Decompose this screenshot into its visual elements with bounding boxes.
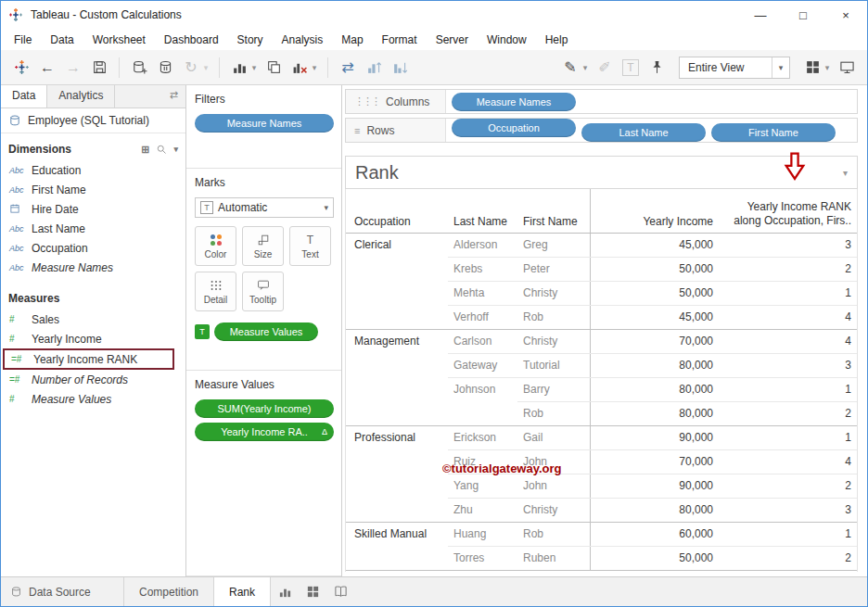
tab-data[interactable]: Data [1, 85, 47, 107]
new-dashboard-button[interactable] [299, 577, 326, 606]
duplicate-sheet-button[interactable] [262, 56, 285, 80]
income-cell[interactable]: 45,000 [590, 233, 719, 257]
text-button[interactable]: T Text [289, 226, 331, 266]
minimize-button[interactable]: — [739, 1, 782, 29]
tab-competition[interactable]: Competition [124, 577, 214, 606]
first-name-cell[interactable]: Christy [517, 498, 590, 522]
menu-worksheet[interactable]: Worksheet [83, 31, 155, 49]
occupation-header[interactable]: Occupation [346, 189, 448, 233]
last-name-cell[interactable]: Torres [448, 546, 517, 570]
search-icon[interactable] [156, 144, 167, 155]
field-yearly-income-rank[interactable]: =# Yearly Income RANK [3, 348, 174, 370]
rank-cell[interactable]: 2 [719, 546, 857, 570]
field-measure-values[interactable]: # Measure Values [1, 389, 185, 409]
first-name-cell[interactable]: Christy [517, 281, 590, 305]
presentation-mode-button[interactable] [836, 56, 858, 80]
chevron-down-icon[interactable]: ▾ [843, 168, 848, 178]
close-button[interactable]: × [824, 1, 867, 29]
income-cell[interactable]: 80,000 [590, 377, 719, 401]
last-name-header[interactable]: Last Name [448, 189, 517, 233]
menu-file[interactable]: File [5, 31, 41, 49]
sheet-title-card[interactable]: Rank ▾ [345, 156, 858, 189]
menu-server[interactable]: Server [427, 31, 478, 49]
field-education[interactable]: Abc Education [1, 160, 185, 180]
first-name-header[interactable]: First Name [517, 189, 590, 233]
sort-descending-button[interactable] [389, 56, 411, 80]
first-name-cell[interactable]: Christy [517, 329, 590, 353]
measure-values-pill[interactable]: Measure Values [214, 322, 318, 341]
first-name-cell[interactable]: Rob [517, 401, 590, 425]
rank-cell[interactable]: 1 [719, 377, 857, 401]
last-name-cell[interactable]: Yang [448, 474, 517, 498]
tooltip-button[interactable]: Tooltip [242, 272, 284, 311]
first-name-cell[interactable]: Rob [517, 305, 590, 329]
menu-dashboard[interactable]: Dashboard [155, 31, 228, 49]
rank-cell[interactable]: 2 [719, 474, 857, 498]
field-occupation[interactable]: Abc Occupation [1, 238, 185, 258]
income-cell[interactable]: 60,000 [590, 522, 719, 546]
sum-yearly-income-pill[interactable]: SUM(Yearly Income) [195, 399, 334, 418]
undo-button[interactable]: ← [36, 56, 58, 80]
size-button[interactable]: Size [242, 226, 284, 266]
menu-data[interactable]: Data [41, 31, 83, 49]
chevron-down-icon[interactable]: ▾ [310, 63, 319, 72]
detail-button[interactable]: Detail [195, 272, 236, 311]
occupation-cell[interactable]: Management [346, 329, 448, 425]
chevron-down-icon[interactable]: ▾ [249, 63, 259, 72]
columns-shelf[interactable]: ⋮⋮⋮ Columns Measure Names [345, 89, 858, 114]
last-name-cell[interactable]: Huang [448, 522, 517, 546]
income-cell[interactable]: 90,000 [590, 474, 719, 498]
redo-button[interactable]: → [62, 56, 84, 80]
save-button[interactable] [88, 56, 110, 80]
income-cell[interactable]: 45,000 [590, 305, 719, 329]
text-encoding-icon[interactable]: T [195, 324, 210, 339]
pause-auto-updates-button[interactable] [154, 56, 176, 80]
chevron-down-icon[interactable]: ▾ [201, 63, 211, 72]
rank-cell[interactable]: 2 [719, 257, 857, 281]
group-fields-icon[interactable]: ⊞ [141, 144, 149, 156]
income-cell[interactable]: 80,000 [590, 498, 719, 522]
field-number-of-records[interactable]: =# Number of Records [1, 370, 185, 389]
income-cell[interactable]: 90,000 [590, 425, 719, 449]
occupation-cell[interactable]: Clerical [346, 233, 448, 329]
last-name-cell[interactable]: Johnson [448, 377, 517, 425]
last-name-cell[interactable]: Mehta [448, 281, 517, 305]
first-name-cell[interactable]: Ruben [517, 546, 590, 570]
tab-analytics[interactable]: Analytics [47, 85, 115, 107]
fit-dropdown[interactable]: Entire View ▾ [679, 57, 790, 79]
highlight-button[interactable]: ✎ [559, 56, 581, 80]
show-hide-cards-button[interactable] [801, 56, 823, 80]
rank-cell[interactable]: 4 [719, 305, 857, 329]
field-first-name[interactable]: Abc First Name [1, 180, 185, 199]
income-cell[interactable]: 50,000 [590, 546, 719, 570]
field-hire-date[interactable]: Hire Date [1, 199, 185, 219]
chevron-down-icon[interactable]: ▾ [823, 63, 832, 72]
rows-pill-first-name[interactable]: First Name [711, 123, 836, 142]
clear-sheet-button[interactable] [288, 56, 311, 80]
new-datasource-button[interactable] [128, 56, 150, 80]
occupation-cell[interactable]: Skilled Manual [346, 522, 448, 570]
yearly-income-rank-pill[interactable]: Yearly Income RA.. Δ [195, 423, 334, 441]
chevron-down-icon[interactable]: ▾ [173, 145, 178, 154]
yearly-income-header[interactable]: Yearly Income [590, 189, 719, 233]
rank-cell[interactable]: 2 [719, 401, 857, 425]
first-name-cell[interactable]: Peter [517, 257, 590, 281]
first-name-cell[interactable]: Barry [517, 377, 590, 401]
new-worksheet-button[interactable] [228, 56, 250, 80]
last-name-cell[interactable]: Alderson [448, 233, 517, 257]
menu-map[interactable]: Map [332, 31, 372, 49]
income-cell[interactable]: 80,000 [590, 401, 719, 425]
first-name-cell[interactable]: Rob [517, 522, 590, 546]
first-name-cell[interactable]: Greg [517, 233, 590, 257]
new-worksheet-button[interactable] [271, 577, 299, 606]
rank-cell[interactable]: 1 [719, 425, 857, 449]
menu-help[interactable]: Help [536, 31, 578, 49]
last-name-cell[interactable]: Zhu [448, 498, 517, 522]
mark-type-dropdown[interactable]: T Automatic ▾ [195, 197, 334, 218]
menu-story[interactable]: Story [228, 31, 273, 49]
measure-names-filter-pill[interactable]: Measure Names [195, 114, 334, 133]
last-name-cell[interactable]: Krebs [448, 257, 517, 281]
run-auto-updates-button[interactable]: ↻ [180, 56, 202, 80]
color-button[interactable]: Color [195, 226, 236, 266]
rank-cell[interactable]: 3 [719, 498, 857, 522]
